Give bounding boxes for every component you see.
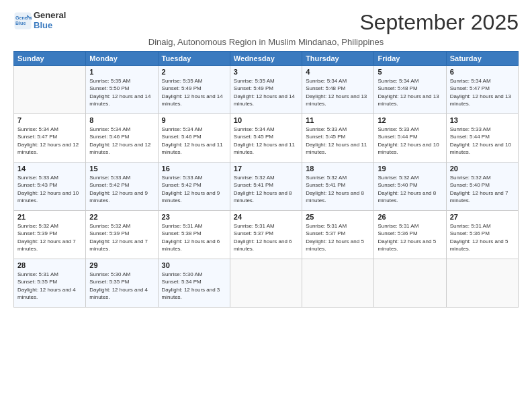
cell-info: Sunrise: 5:35 AMSunset: 5:49 PMDaylight:… — [234, 77, 298, 107]
cell-info: Sunrise: 5:31 AMSunset: 5:37 PMDaylight:… — [306, 222, 370, 253]
cell-info: Sunrise: 5:32 AMSunset: 5:39 PMDaylight:… — [89, 222, 154, 253]
calendar-cell: 9Sunrise: 5:34 AMSunset: 5:46 PMDaylight… — [158, 114, 230, 163]
day-number: 10 — [234, 116, 298, 124]
day-number: 17 — [234, 165, 298, 173]
day-number: 22 — [89, 213, 154, 221]
day-number: 19 — [378, 165, 442, 173]
calendar-cell: 26Sunrise: 5:31 AMSunset: 5:36 PMDayligh… — [374, 211, 446, 259]
day-number: 7 — [17, 116, 82, 124]
day-number: 24 — [234, 213, 298, 221]
cell-info: Sunrise: 5:34 AMSunset: 5:45 PMDaylight:… — [234, 126, 298, 156]
cell-info: Sunrise: 5:31 AMSunset: 5:36 PMDaylight:… — [450, 222, 515, 253]
day-number: 18 — [306, 165, 370, 173]
day-number: 30 — [162, 261, 226, 269]
calendar-week-3: 14Sunrise: 5:33 AMSunset: 5:43 PMDayligh… — [14, 163, 519, 211]
calendar-cell: 25Sunrise: 5:31 AMSunset: 5:37 PMDayligh… — [302, 211, 374, 259]
cell-info: Sunrise: 5:30 AMSunset: 5:35 PMDaylight:… — [89, 271, 154, 301]
calendar-cell: 23Sunrise: 5:31 AMSunset: 5:38 PMDayligh… — [158, 211, 230, 259]
cell-info: Sunrise: 5:35 AMSunset: 5:49 PMDaylight:… — [162, 77, 226, 107]
calendar-cell: 2Sunrise: 5:35 AMSunset: 5:49 PMDaylight… — [158, 66, 230, 114]
calendar-cell: 19Sunrise: 5:32 AMSunset: 5:40 PMDayligh… — [374, 163, 446, 211]
cell-info: Sunrise: 5:33 AMSunset: 5:45 PMDaylight:… — [306, 126, 370, 156]
cell-info: Sunrise: 5:34 AMSunset: 5:48 PMDaylight:… — [306, 77, 370, 107]
day-number: 16 — [162, 165, 226, 173]
day-number: 28 — [17, 261, 82, 269]
col-friday: Friday — [374, 52, 446, 66]
calendar-cell: 14Sunrise: 5:33 AMSunset: 5:43 PMDayligh… — [14, 163, 86, 211]
title-block: September 2025 — [359, 11, 519, 34]
cell-info: Sunrise: 5:33 AMSunset: 5:44 PMDaylight:… — [378, 126, 442, 156]
calendar-cell: 17Sunrise: 5:32 AMSunset: 5:41 PMDayligh… — [230, 163, 302, 211]
col-monday: Monday — [86, 52, 158, 66]
calendar-cell: 27Sunrise: 5:31 AMSunset: 5:36 PMDayligh… — [446, 211, 518, 259]
calendar-cell: 5Sunrise: 5:34 AMSunset: 5:48 PMDaylight… — [374, 66, 446, 114]
calendar-week-2: 7Sunrise: 5:34 AMSunset: 5:47 PMDaylight… — [14, 114, 519, 163]
day-number: 6 — [450, 68, 515, 76]
cell-info: Sunrise: 5:34 AMSunset: 5:46 PMDaylight:… — [162, 126, 226, 156]
cell-info: Sunrise: 5:32 AMSunset: 5:40 PMDaylight:… — [378, 174, 442, 204]
calendar-cell: 24Sunrise: 5:31 AMSunset: 5:37 PMDayligh… — [230, 211, 302, 259]
day-number: 2 — [162, 68, 226, 76]
cell-info: Sunrise: 5:32 AMSunset: 5:39 PMDaylight:… — [17, 222, 82, 253]
calendar-week-5: 28Sunrise: 5:31 AMSunset: 5:35 PMDayligh… — [14, 259, 519, 308]
day-number: 21 — [17, 213, 82, 221]
col-wednesday: Wednesday — [230, 52, 302, 66]
day-number: 15 — [89, 165, 154, 173]
calendar-cell: 4Sunrise: 5:34 AMSunset: 5:48 PMDaylight… — [302, 66, 374, 114]
day-number: 20 — [450, 165, 515, 173]
calendar-cell: 1Sunrise: 5:35 AMSunset: 5:50 PMDaylight… — [86, 66, 158, 114]
calendar-table: Sunday Monday Tuesday Wednesday Thursday… — [13, 51, 519, 308]
svg-text:General: General — [15, 15, 32, 20]
calendar-cell: 6Sunrise: 5:34 AMSunset: 5:47 PMDaylight… — [446, 66, 518, 114]
day-number: 8 — [89, 116, 154, 124]
cell-info: Sunrise: 5:31 AMSunset: 5:36 PMDaylight:… — [378, 222, 442, 253]
cell-info: Sunrise: 5:32 AMSunset: 5:41 PMDaylight:… — [234, 174, 298, 204]
day-number: 13 — [450, 116, 515, 124]
calendar-cell: 12Sunrise: 5:33 AMSunset: 5:44 PMDayligh… — [374, 114, 446, 163]
day-number: 25 — [306, 213, 370, 221]
day-number: 9 — [162, 116, 226, 124]
calendar-week-4: 21Sunrise: 5:32 AMSunset: 5:39 PMDayligh… — [14, 211, 519, 259]
calendar-week-1: 1Sunrise: 5:35 AMSunset: 5:50 PMDaylight… — [14, 66, 519, 114]
calendar-cell: 7Sunrise: 5:34 AMSunset: 5:47 PMDaylight… — [14, 114, 86, 163]
day-number: 29 — [89, 261, 154, 269]
calendar-cell: 8Sunrise: 5:34 AMSunset: 5:46 PMDaylight… — [86, 114, 158, 163]
calendar-cell: 10Sunrise: 5:34 AMSunset: 5:45 PMDayligh… — [230, 114, 302, 163]
calendar-cell: 29Sunrise: 5:30 AMSunset: 5:35 PMDayligh… — [86, 259, 158, 308]
calendar-cell: 30Sunrise: 5:30 AMSunset: 5:34 PMDayligh… — [158, 259, 230, 308]
day-number: 14 — [17, 165, 82, 173]
cell-info: Sunrise: 5:33 AMSunset: 5:43 PMDaylight:… — [17, 174, 82, 204]
calendar-cell: 16Sunrise: 5:33 AMSunset: 5:42 PMDayligh… — [158, 163, 230, 211]
cell-info: Sunrise: 5:33 AMSunset: 5:42 PMDaylight:… — [162, 174, 226, 204]
cell-info: Sunrise: 5:32 AMSunset: 5:41 PMDaylight:… — [306, 174, 370, 204]
svg-text:Blue: Blue — [15, 21, 26, 26]
day-number: 27 — [450, 213, 515, 221]
header: General Blue General Blue September 2025 — [13, 11, 519, 34]
col-tuesday: Tuesday — [158, 52, 230, 66]
month-title: September 2025 — [359, 11, 519, 34]
cell-info: Sunrise: 5:33 AMSunset: 5:42 PMDaylight:… — [89, 174, 154, 204]
page: General Blue General Blue September 2025… — [0, 0, 532, 411]
calendar-cell — [14, 66, 86, 114]
col-sunday: Sunday — [14, 52, 86, 66]
day-number: 11 — [306, 116, 370, 124]
cell-info: Sunrise: 5:34 AMSunset: 5:47 PMDaylight:… — [450, 77, 515, 107]
cell-info: Sunrise: 5:31 AMSunset: 5:37 PMDaylight:… — [234, 222, 298, 253]
calendar-cell: 13Sunrise: 5:33 AMSunset: 5:44 PMDayligh… — [446, 114, 518, 163]
cell-info: Sunrise: 5:31 AMSunset: 5:35 PMDaylight:… — [17, 271, 82, 301]
cell-info: Sunrise: 5:32 AMSunset: 5:40 PMDaylight:… — [450, 174, 515, 204]
cell-info: Sunrise: 5:33 AMSunset: 5:44 PMDaylight:… — [450, 126, 515, 156]
calendar-header: Sunday Monday Tuesday Wednesday Thursday… — [14, 52, 519, 66]
day-number: 26 — [378, 213, 442, 221]
col-thursday: Thursday — [302, 52, 374, 66]
logo-icon: General Blue — [13, 11, 32, 30]
day-number: 4 — [306, 68, 370, 76]
day-number: 1 — [89, 68, 154, 76]
day-number: 23 — [162, 213, 226, 221]
calendar-cell: 22Sunrise: 5:32 AMSunset: 5:39 PMDayligh… — [86, 211, 158, 259]
cell-info: Sunrise: 5:30 AMSunset: 5:34 PMDaylight:… — [162, 271, 226, 301]
calendar-cell — [374, 259, 446, 308]
header-row: Sunday Monday Tuesday Wednesday Thursday… — [14, 52, 519, 66]
day-number: 3 — [234, 68, 298, 76]
logo: General Blue General Blue — [13, 11, 66, 31]
